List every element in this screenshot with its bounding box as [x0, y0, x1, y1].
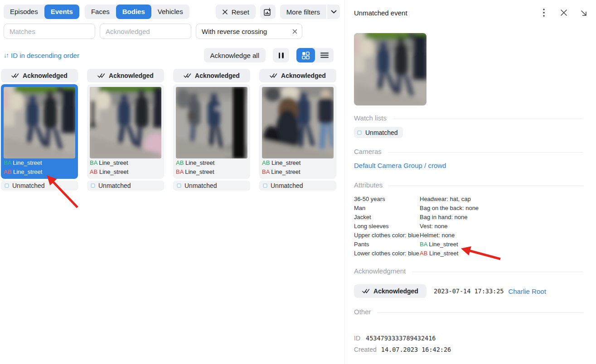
watchlist-badge: Unmatched [354, 127, 403, 138]
tab-events[interactable]: Events [44, 5, 79, 19]
acknowledged-by-user-link[interactable]: Charlie Root [508, 287, 546, 295]
list-view-button[interactable] [315, 48, 334, 62]
open-diagonal-icon[interactable] [579, 8, 589, 18]
line-name: Line_street [271, 159, 300, 166]
acknowledged-filter-input[interactable] [100, 24, 191, 39]
sort-order-label: ID in descending order [11, 52, 79, 59]
tab-vehicles[interactable]: Vehicles [151, 5, 189, 19]
line-name: Line_street [13, 159, 42, 166]
acknowledgment-section-header: Acknowledgment [354, 267, 583, 275]
more-filters-chevron-button[interactable] [327, 5, 340, 19]
reset-filters-button[interactable]: Reset [216, 5, 256, 19]
double-check-icon [184, 73, 191, 78]
reverse-crossing-filter[interactable]: With reverse crossing [196, 24, 302, 39]
attribute-item: Headwear: hat, cap [420, 195, 479, 204]
tab-episodes[interactable]: Episodes [4, 5, 44, 19]
toolbar-actions: Reset More filte [216, 5, 340, 19]
section-divider [388, 152, 583, 153]
attributes-section-header: Attributes [354, 181, 583, 189]
crossing-line: BA Line_street [176, 168, 247, 177]
attribute-item: 36-50 years [354, 195, 420, 204]
id-label: ID [354, 335, 360, 342]
watchlist-badge-label: Unmatched [365, 129, 398, 136]
acknowledge-all-button[interactable]: Acknowledge all [204, 48, 266, 62]
event-card-selected[interactable]: BA Line_street AB Line_street [1, 84, 78, 179]
crossing-line: AB Line_street [262, 158, 334, 168]
double-check-icon [362, 288, 370, 294]
section-divider [378, 312, 583, 313]
acknowledge-button[interactable]: Acknowledged [259, 69, 336, 82]
crossing-line: BA Line_street [420, 240, 479, 249]
line-name: Line_street [13, 168, 42, 175]
sort-order-link[interactable]: ↓↑ ID in descending order [4, 52, 79, 59]
clear-filter-icon[interactable] [292, 29, 297, 34]
double-check-icon [270, 73, 277, 78]
acknowledge-label: Acknowledged [195, 72, 240, 79]
direction-tag: AB [90, 168, 97, 175]
watchlist-badge-label: Unmatched [12, 182, 45, 189]
direction-tag: BA [420, 241, 427, 248]
crossing-line: BA Line_street [4, 158, 75, 168]
double-check-icon [11, 73, 19, 78]
list-view-icon [320, 52, 329, 58]
top-toolbar: Episodes Events Faces Bodies Vehicles Re… [4, 5, 340, 19]
event-card[interactable]: BA Line_street AB Line_street [87, 84, 164, 179]
crossing-line: AB Line_street [420, 249, 479, 258]
crossing-line: BA Line_street [90, 158, 161, 168]
watch-lists-section-header: Watch lists [354, 114, 583, 122]
event-detail-panel: Unmatched event [344, 0, 596, 364]
matches-filter-input[interactable] [4, 24, 95, 39]
line-name: Line_street [271, 168, 300, 175]
event-detail-thumbnail [354, 33, 426, 105]
list-actions: Acknowledge all [204, 48, 334, 62]
acknowledgment-heading: Acknowledgment [354, 267, 406, 275]
tab-faces[interactable]: Faces [85, 5, 116, 19]
acknowledge-button[interactable]: Acknowledged [354, 284, 426, 298]
acknowledge-button[interactable]: Acknowledged [1, 69, 78, 82]
line-name: Line_street [429, 241, 458, 248]
direction-tag: BA [262, 168, 270, 175]
tab-bodies[interactable]: Bodies [116, 5, 151, 19]
pause-icon [279, 53, 281, 58]
sort-arrows-icon: ↓↑ [4, 52, 8, 59]
watch-lists-heading: Watch lists [354, 114, 387, 122]
attribute-item: Jacket [354, 213, 420, 222]
acknowledge-button[interactable]: Acknowledged [173, 69, 250, 82]
other-heading: Other [354, 308, 371, 316]
watchlist-badge-label: Unmatched [98, 182, 131, 189]
acknowledge-button[interactable]: Acknowledged [87, 69, 164, 82]
camera-group-link[interactable]: Default Camera Group / crowd [354, 162, 446, 169]
event-thumbnail [4, 87, 75, 158]
line-name: Line_street [185, 159, 214, 166]
created-label: Created [354, 346, 377, 353]
grid-view-button[interactable] [296, 48, 315, 62]
close-icon [222, 9, 228, 15]
save-report-button[interactable] [260, 5, 276, 19]
event-card[interactable]: AB Line_street BA Line_street [259, 84, 336, 179]
close-panel-icon[interactable] [559, 8, 569, 18]
pause-button[interactable] [273, 48, 289, 62]
attribute-item: Pants [354, 240, 420, 249]
event-id-row: ID 4534793333789432416 [354, 335, 436, 342]
object-type-switch: Faces Bodies Vehicles [85, 5, 189, 19]
event-cards-grid: Acknowledged [1, 69, 336, 191]
view-mode-switch [296, 48, 334, 62]
kebab-menu-icon[interactable] [539, 8, 549, 18]
watchlist-badge: Unmatched [87, 181, 164, 191]
watchlist-color-icon [177, 183, 181, 188]
events-app: Episodes Events Faces Bodies Vehicles Re… [0, 0, 596, 364]
reverse-crossing-value: With reverse crossing [202, 28, 292, 35]
attribute-item: Long sleeves [354, 222, 420, 231]
crossing-line: AB Line_street [90, 168, 161, 177]
watchlist-color-icon [91, 183, 95, 188]
event-created-row: Created 14.07.2023 16:42:26 [354, 346, 451, 353]
event-card[interactable]: AB Line_street BA Line_street [173, 84, 250, 179]
attributes-heading: Attributes [354, 181, 383, 189]
cameras-section-header: Cameras [354, 148, 583, 155]
crossing-line: BA Line_street [262, 168, 334, 177]
direction-tag: AB [262, 159, 270, 166]
section-divider [389, 186, 583, 186]
attribute-item: Man [354, 204, 420, 213]
more-filters-button[interactable]: More filters [280, 5, 326, 19]
attribute-item: Bag in hand: none [420, 213, 479, 222]
